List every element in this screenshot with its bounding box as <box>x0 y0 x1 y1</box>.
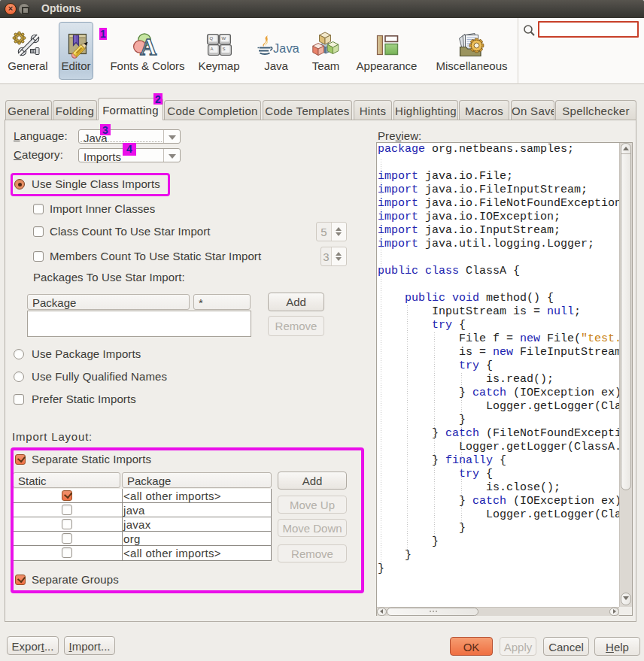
svg-text:Q: Q <box>210 36 214 41</box>
svg-text:A: A <box>140 34 157 60</box>
svg-text:A: A <box>211 47 214 51</box>
svg-text:S: S <box>223 47 226 51</box>
svg-text:W: W <box>222 36 226 41</box>
svg-text:Java: Java <box>273 42 299 55</box>
